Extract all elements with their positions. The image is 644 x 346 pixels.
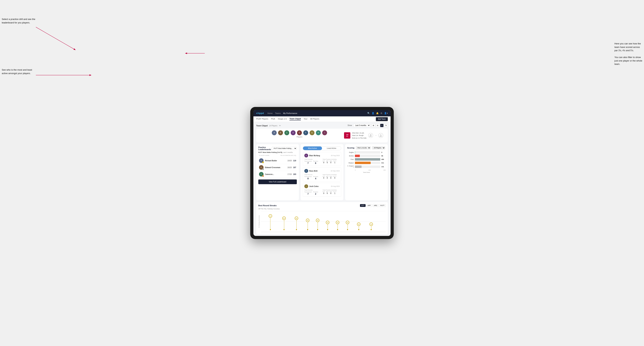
pc-name[interactable]: Rees Britt [309,170,330,172]
bar-container-eagles [355,151,380,154]
pc-name[interactable]: Josh Coles [309,185,330,187]
avatar[interactable]: C [284,130,289,135]
players-avatars: A B C D E F G H I Players [259,130,340,141]
search-icon[interactable]: 🔍 [367,112,370,114]
app-logo: clippd [256,112,264,114]
putt-button[interactable]: PUTT [379,204,386,207]
arg-stat: ARG 0 [330,176,332,179]
streaks-title: Best Round Streaks [258,204,277,206]
avatar[interactable]: I [322,130,327,135]
shot-unit: SC [346,135,348,137]
edit-team-icon[interactable]: ✏ [279,124,281,127]
avatar[interactable]: H [316,130,321,135]
practice-stat: Practice 6 [313,161,318,165]
avatar[interactable]: F [303,130,308,135]
annotation-bottom-left: See who is the most and least active amo… [2,68,37,75]
lb-player-name[interactable]: Cameron... [265,173,286,175]
practice-stat: Practice 4 [313,176,318,180]
streaks-chart: % Fairway Accuracy 7x [258,211,386,232]
streaks-buttons: OTT APP ARG PUTT [360,204,386,207]
sub-nav: PGAT Players PGA Hcaps 1-5 Team Clippd T… [254,116,390,122]
streaks-panel: Best Round Streaks OTT APP ARG PUTT Off … [256,202,388,234]
nav-my-performance[interactable]: My Performance [283,112,297,114]
nav-home[interactable]: Home [268,112,272,114]
player-filter[interactable]: All Players [372,146,385,149]
subnav-pga[interactable]: PGA [271,118,275,120]
pc-name[interactable]: Blair McHarg [309,155,330,157]
filter-icon[interactable]: ⇅ [384,124,388,127]
pin-stem [328,224,328,229]
lb-avatar: C 3 [259,172,264,176]
app-button[interactable]: APP [366,204,372,207]
ott-button[interactable]: OTT [360,204,366,207]
player-card: J Josh Coles 26 Aug 2023 Total Rounds To… [303,183,341,197]
app-stat: APP 0 [326,161,328,164]
subnav-team-clippd[interactable]: Team Clippd [290,118,301,120]
add-team-button[interactable]: Add Team [376,117,388,121]
lb-player-row: R ★ Richard Butler 19/20 110 [258,157,297,164]
total-rounds-group: Total Rounds Tournament 7 Practice 6 [304,159,322,165]
lb-player-name[interactable]: Richard Butler [265,160,286,162]
subnav-tour[interactable]: Tour [304,118,307,120]
avatar-icon[interactable]: 👤▾ [384,112,388,114]
arg-stat: ARG 0 [330,191,332,194]
pin-4x-3: 4x [346,221,349,230]
lb-player-name[interactable]: Edward Crossman [265,167,286,169]
team-title: Team Clippd 14 Players ✏ [256,124,281,127]
avatar[interactable]: D [291,130,296,135]
pin-4x-1: 4x [326,221,329,230]
bar-row-eagles: Eagles 3 [347,151,386,154]
pin-dot [317,229,318,230]
person-icon[interactable]: 👤 [372,112,374,114]
total-rounds-group: Total Rounds Tournament 7 Practice 2 [304,189,322,195]
list-detail-icon[interactable]: ≡ [380,124,384,127]
pin-label: 3x [357,222,360,226]
annotation-top-right: Here you can see how theteam have scored… [614,42,642,66]
total-rounds-label: Total Rounds [304,174,322,175]
drill-select[interactable]: PUTT Must Make Putting... [272,147,297,150]
practice-activities-label: Total Practice Activities [322,189,340,191]
practice-activities-group: Total Practice Activities OTT 0 APP 0 [322,159,340,165]
arg-button[interactable]: ARG [372,204,378,207]
show-select[interactable]: Last 3 months [353,124,370,127]
pc-stats: Total Rounds Tournament 8 Practice 4 [304,174,340,180]
avatar[interactable]: E [297,130,302,135]
avatar[interactable]: G [310,130,314,135]
lb-avatar: R ★ [259,158,264,163]
practice-activities-label: Total Practice Activities [322,174,340,175]
lb-avg: 110 [293,160,296,162]
shot-badge: 198 SC [344,132,350,139]
subnav-hcaps[interactable]: Hcaps 1-5 [278,118,287,120]
pin-stem [359,226,359,229]
leaderboard-title: Practice Leaderboards [258,146,272,151]
bar-label-pars: Pars [347,159,354,160]
scoring-title: Scoring [347,147,354,149]
rank-badge-gold: ★ [262,162,264,163]
settings-icon[interactable]: ⚙ [380,112,382,114]
rank-badge-bronze: 3 [262,175,264,177]
nav-teams[interactable]: Teams [275,112,281,114]
lb-column-headers: PLAYER NAME PB SCORE PB AVG SQ [258,155,297,156]
grid-small-icon[interactable]: ⊞ [372,124,375,127]
players-section: A B C D E F G H I Players 198 [256,129,388,142]
pin-dot [296,229,297,230]
most-active-toggle[interactable]: Most Active [303,147,322,150]
pc-avatar: B [304,154,308,158]
pin-6x-2: 6x [295,216,298,230]
avatar[interactable]: A [272,130,277,135]
pc-date: 26 Aug 2023 [331,185,340,187]
pin-dot [307,229,308,230]
avatar[interactable]: B [278,130,283,135]
bell-icon[interactable]: 🔔 [376,112,379,114]
par-filter[interactable]: Par 3, 4 & 5s [356,146,371,149]
subnav-pgat[interactable]: PGAT Players [256,118,268,120]
bar-label-double-bogeys: D. Bogeys + [347,165,354,168]
pin-5x-1: 5x [306,219,310,230]
lb-player-row: E 2 Edward Crossman 18/20 107 [258,164,297,171]
bar-row-bogeys: Bogeys 311 [347,162,386,164]
view-full-leaderboard-button[interactable]: View Full Leaderboard [258,179,297,184]
least-active-toggle[interactable]: Least Active [322,147,341,150]
grid-large-icon[interactable]: ⊟ [376,124,380,127]
practice-activities-row: OTT 0 APP 0 ARG 0 [322,161,340,164]
subnav-all-players[interactable]: All Players [310,118,320,120]
